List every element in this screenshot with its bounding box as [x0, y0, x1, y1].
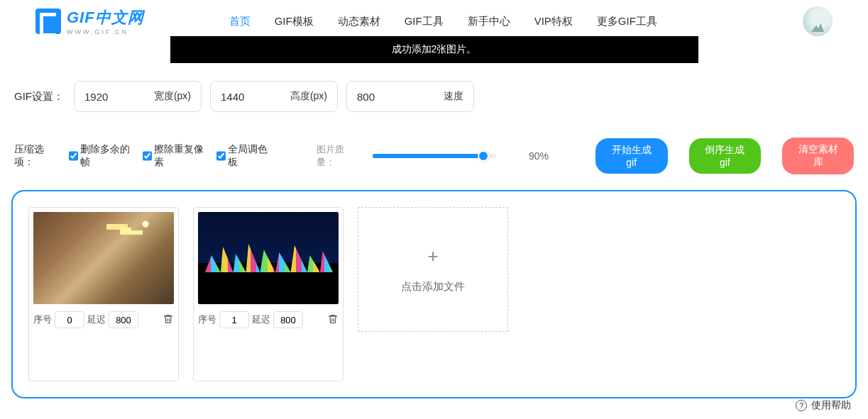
help-icon: ?: [796, 400, 807, 411]
frame-card-1[interactable]: 序号 延迟: [193, 207, 344, 381]
nav-vip[interactable]: VIP特权: [534, 15, 573, 28]
logo-text: GIF中文网 WWW.GIF.CN: [67, 7, 144, 35]
seq-label: 序号: [198, 313, 216, 326]
plus-icon: +: [427, 245, 438, 267]
frame-thumbnail-1: [198, 212, 339, 304]
opt-erase-dup[interactable]: 擦除重复像素: [143, 143, 205, 169]
opt-remove-frames[interactable]: 删除多余的帧: [69, 143, 131, 169]
help-link[interactable]: ? 使用帮助: [796, 399, 851, 412]
quality-label: 图片质量：: [317, 143, 357, 169]
speed-input[interactable]: [357, 91, 414, 103]
quality-slider[interactable]: [373, 154, 496, 158]
logo-main: GIF中文网: [67, 7, 144, 28]
speed-input-group: 速度: [346, 81, 474, 112]
height-input-group: 高度(px): [210, 81, 338, 112]
nav-newbie[interactable]: 新手中心: [468, 15, 510, 28]
add-file-label: 点击添加文件: [401, 280, 465, 294]
options-row: 压缩选项： 删除多余的帧 擦除重复像素 全局调色板 图片质量： 90% 开始生成…: [0, 112, 868, 174]
chk-erase-dup[interactable]: [143, 151, 152, 161]
reverse-button[interactable]: 倒序生成gif: [689, 138, 762, 174]
add-file-card[interactable]: + 点击添加文件: [358, 207, 508, 332]
delete-icon[interactable]: [327, 313, 339, 327]
width-suffix: 宽度(px): [154, 90, 191, 103]
compress-label: 压缩选项：: [14, 143, 57, 169]
avatar[interactable]: [803, 6, 833, 36]
frame-controls-1: 序号 延迟: [198, 311, 339, 328]
delay-input-0[interactable]: [109, 311, 138, 328]
seq-label: 序号: [33, 313, 52, 326]
nav-home[interactable]: 首页: [229, 15, 251, 28]
frame-thumbnail-0: [33, 212, 174, 304]
logo-icon: [35, 9, 61, 34]
slider-thumb[interactable]: [478, 150, 489, 162]
delete-icon[interactable]: [163, 313, 174, 327]
width-input-group: 宽度(px): [74, 81, 202, 112]
canvas-area: 序号 延迟 序号 延迟 + 点击添加文件: [11, 190, 857, 398]
speed-suffix: 速度: [444, 90, 463, 103]
toast-message: 成功添加2张图片。: [170, 36, 698, 63]
clear-button[interactable]: 清空素材库: [782, 138, 854, 174]
settings-label: GIF设置：: [14, 90, 64, 104]
seq-input-0[interactable]: [55, 311, 84, 328]
frame-controls-0: 序号 延迟: [33, 311, 174, 328]
height-input[interactable]: [221, 91, 278, 103]
seq-input-1[interactable]: [219, 311, 249, 328]
main-nav: 首页 GIF模板 动态素材 GIF工具 新手中心 VIP特权 更多GIF工具: [229, 15, 657, 28]
delay-label: 延迟: [252, 313, 270, 326]
nav-more[interactable]: 更多GIF工具: [597, 15, 657, 28]
height-suffix: 高度(px): [290, 90, 327, 103]
logo[interactable]: GIF中文网 WWW.GIF.CN: [35, 7, 144, 35]
quality-value: 90%: [529, 150, 549, 162]
nav-templates[interactable]: GIF模板: [275, 15, 314, 28]
slider-fill: [373, 154, 484, 158]
frame-card-0[interactable]: 序号 延迟: [28, 207, 179, 381]
logo-sub: WWW.GIF.CN: [67, 28, 144, 35]
delay-label: 延迟: [87, 313, 106, 326]
width-input[interactable]: [84, 91, 141, 103]
nav-tools[interactable]: GIF工具: [405, 15, 444, 28]
help-text: 使用帮助: [811, 399, 851, 412]
chk-global-palette[interactable]: [216, 151, 226, 161]
nav-assets[interactable]: 动态素材: [338, 15, 380, 28]
generate-button[interactable]: 开始生成gif: [595, 138, 668, 174]
delay-input-1[interactable]: [273, 311, 303, 328]
chk-remove-frames[interactable]: [69, 151, 78, 161]
opt-global-palette[interactable]: 全局调色板: [216, 143, 270, 169]
